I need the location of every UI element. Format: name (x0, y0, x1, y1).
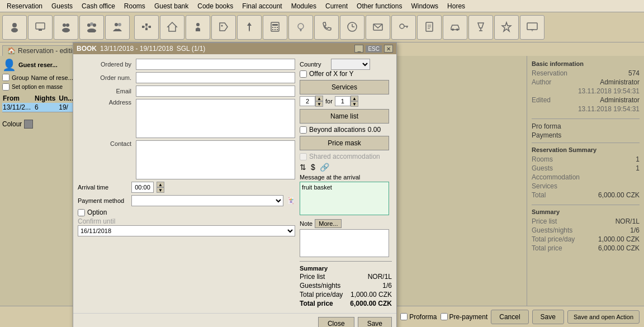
menu-cash-office[interactable]: Cash office (77, 1, 120, 11)
toolbar-phone-btn[interactable] (314, 15, 339, 40)
colour-box[interactable] (24, 120, 33, 129)
res-guests-label: Guests (532, 164, 553, 172)
for2-down[interactable]: ▼ (351, 101, 358, 107)
arrival-time-up[interactable]: ▲ (157, 182, 164, 187)
toolbar-group-btn[interactable] (79, 15, 104, 40)
services-button[interactable]: Services (300, 80, 389, 94)
total-label: Total (532, 191, 546, 199)
menu-hores[interactable]: Hores (443, 1, 470, 11)
group-checkbox[interactable] (2, 74, 10, 81)
rooms-value: 1 (636, 155, 640, 163)
toolbar-bulb-btn[interactable] (288, 15, 313, 40)
horizontal-scrollbar[interactable] (2, 112, 75, 117)
shared-accommodation-checkbox[interactable] (300, 153, 307, 160)
country-row: Country (300, 59, 392, 70)
svg-point-9 (93, 23, 96, 27)
menu-modules[interactable]: Modules (287, 1, 321, 11)
for1-input[interactable] (300, 96, 315, 106)
toolbar-doc-btn[interactable] (417, 15, 442, 40)
menu-reservation[interactable]: Reservation (2, 1, 47, 11)
dialog-close-btn[interactable]: ✕ (384, 45, 393, 53)
for1-up[interactable]: ▲ (315, 96, 323, 101)
table-row[interactable]: 13/11/2... 6 19/ (2, 103, 75, 112)
toolbar-mail-btn[interactable] (366, 15, 390, 40)
toolbar-drink-btn[interactable] (468, 15, 493, 40)
toolbar-pin-btn[interactable] (237, 15, 262, 40)
price-mask-button[interactable]: Price mask (300, 136, 389, 150)
toolbar-monitor-btn[interactable] (520, 15, 544, 40)
arrival-time-down[interactable]: ▼ (157, 187, 164, 193)
set-option-checkbox[interactable] (2, 83, 10, 91)
menu-code-books[interactable]: Code books (193, 1, 238, 11)
menu-current[interactable]: Current (321, 1, 352, 11)
toolbar-people-btn[interactable] (105, 15, 130, 40)
toolbar-calc-btn[interactable] (263, 15, 287, 40)
note-textarea[interactable] (300, 229, 389, 257)
menu-final-account[interactable]: Final account (238, 1, 286, 11)
for2-up[interactable]: ▲ (351, 96, 358, 101)
dialog-content: Ordered by Order num. Email Address Cont… (73, 54, 396, 313)
rooms-label: Rooms (532, 155, 553, 163)
contact-textarea[interactable] (136, 140, 295, 179)
menu-guest-bank[interactable]: Guest bank (150, 1, 193, 11)
toolbar-house-btn[interactable] (160, 15, 184, 40)
address-label: Address (78, 99, 134, 106)
dialog-date-range: 13/11/2018 - 19/11/2018 (100, 45, 173, 53)
confirm-until-select[interactable]: 16/11/2018 (78, 225, 295, 236)
save-open-action-button[interactable]: Save and open Action (567, 310, 640, 324)
toolbar-star-btn[interactable] (494, 15, 519, 40)
for1-down[interactable]: ▼ (315, 101, 323, 107)
dialog-footer: Close Save (73, 313, 396, 327)
offer-x-y-checkbox[interactable] (300, 70, 307, 78)
dialog-close-button[interactable]: Close (318, 317, 354, 327)
arrival-time-input[interactable] (131, 182, 154, 193)
toolbar-key-btn[interactable] (391, 15, 416, 40)
order-num-input[interactable] (136, 72, 295, 83)
total-price-day-value-r: 1,000.00 CZK (598, 235, 640, 243)
toolbar-network-btn[interactable] (134, 15, 159, 40)
menu-guests[interactable]: Guests (47, 1, 77, 11)
name-list-button[interactable]: Name list (300, 109, 389, 124)
toolbar-clock-btn[interactable] (340, 15, 364, 40)
basic-info-title: Basic information (532, 60, 640, 67)
edited-date: 13.11.2018 19:54:31 (578, 105, 640, 113)
svg-rect-15 (145, 28, 148, 30)
for2-input[interactable] (335, 96, 351, 106)
dialog-minimize-btn[interactable]: _ (354, 45, 363, 53)
pre-payment-checkbox[interactable] (441, 313, 448, 320)
pre-payment-checkbox-row: Pre-payment (441, 313, 488, 321)
toolbar-user-btn[interactable] (2, 15, 27, 40)
toolbar-person-btn[interactable] (186, 15, 210, 40)
divider-1 (532, 119, 640, 119)
menu-other-functions[interactable]: Other functions (352, 1, 406, 11)
dialog-summary-title: Summary (300, 265, 392, 272)
reservation-value: 574 (628, 69, 640, 77)
accommodation-label: Accommodation (532, 173, 580, 181)
payment-method-select[interactable] (131, 195, 283, 206)
email-input[interactable] (136, 86, 295, 97)
save-button[interactable]: Save (532, 310, 564, 324)
toolbar-display-btn[interactable] (28, 15, 53, 40)
option-label: Option (87, 208, 107, 216)
menu-windows[interactable]: Windows (406, 1, 443, 11)
toolbar-guests-btn[interactable] (54, 15, 78, 40)
proforma-checkbox[interactable] (400, 313, 408, 320)
toolbar-tag-btn[interactable] (211, 15, 236, 40)
price-list-label: Price list (300, 273, 325, 281)
left-form: Ordered by Order num. Email Address Cont… (78, 59, 295, 309)
menu-rooms[interactable]: Rooms (120, 1, 150, 11)
esc-badge: ESC (366, 45, 382, 53)
address-textarea[interactable] (136, 99, 295, 138)
more-button[interactable]: More... (315, 219, 342, 228)
cancel-button[interactable]: Cancel (491, 310, 528, 324)
dialog-title-left: BOOK 13/11/2018 - 19/11/2018 SGL (1/1) (77, 45, 205, 53)
option-checkbox[interactable] (78, 209, 85, 216)
beyond-allocations-checkbox[interactable] (300, 126, 307, 134)
svg-point-33 (298, 23, 304, 29)
dialog-save-button[interactable]: Save (358, 317, 392, 327)
svg-point-10 (87, 29, 96, 32)
country-select[interactable] (331, 59, 370, 70)
message-arrival-textarea[interactable]: fruit basket (300, 182, 389, 215)
ordered-by-input[interactable] (136, 59, 295, 70)
toolbar-car-btn[interactable] (443, 15, 467, 40)
